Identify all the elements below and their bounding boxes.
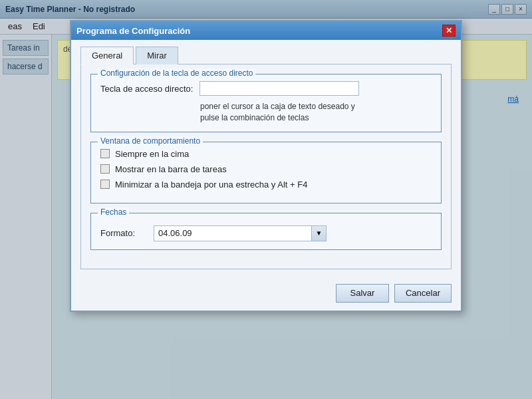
dialog-footer: Salvar Cancelar xyxy=(71,279,461,311)
show-taskbar-checkbox[interactable] xyxy=(100,164,110,174)
config-dialog: Programa de Configuración ✕ General Mira… xyxy=(70,20,462,312)
hotkey-legend: Configuración de la tecla de acceso dire… xyxy=(98,68,255,78)
format-dropdown[interactable]: 04.06.09 ▼ xyxy=(154,225,327,241)
always-top-checkbox[interactable] xyxy=(100,149,110,158)
show-taskbar-label: Mostrar en la barra de tareas xyxy=(115,164,227,174)
dialog-title: Programa de Configuración xyxy=(76,26,190,36)
always-top-row: Siempre en la cima xyxy=(100,149,432,159)
tab-content-general: Configuración de la tecla de acceso dire… xyxy=(80,64,452,269)
dialog-overlay: Programa de Configuración ✕ General Mira… xyxy=(0,0,532,399)
behavior-section: Ventana de comportamiento Siempre en la … xyxy=(90,142,442,203)
hotkey-row: Tecla de acceso directo: xyxy=(100,81,432,96)
tab-mirar[interactable]: Mirar xyxy=(136,47,178,65)
format-row: Formato: 04.06.09 ▼ xyxy=(100,225,432,241)
dates-legend: Fechas xyxy=(98,207,129,217)
dialog-body: General Mirar Configuración de la tecla … xyxy=(71,40,461,279)
tab-general[interactable]: General xyxy=(80,47,134,65)
hotkey-section: Configuración de la tecla de acceso dire… xyxy=(90,74,442,132)
dates-section: Fechas Formato: 04.06.09 ▼ xyxy=(90,213,442,250)
dialog-close-button[interactable]: ✕ xyxy=(442,25,456,37)
behavior-legend: Ventana de comportamiento xyxy=(98,136,203,146)
minimize-tray-row: Minimizar a la bandeja por una estrecha … xyxy=(100,180,432,190)
hotkey-label: Tecla de acceso directo: xyxy=(100,84,193,94)
save-button[interactable]: Salvar xyxy=(336,284,389,303)
dialog-titlebar: Programa de Configuración ✕ xyxy=(71,21,461,40)
hotkey-input[interactable] xyxy=(200,81,359,96)
tabs: General Mirar xyxy=(80,47,452,65)
cancel-button[interactable]: Cancelar xyxy=(394,284,452,303)
always-top-label: Siempre en la cima xyxy=(115,149,189,159)
format-value: 04.06.09 xyxy=(158,228,322,238)
minimize-tray-label: Minimizar a la bandeja por una estrecha … xyxy=(115,180,307,190)
show-taskbar-row: Mostrar en la barra de tareas xyxy=(100,164,432,174)
dropdown-arrow-icon: ▼ xyxy=(311,226,326,241)
hotkey-hint: poner el cursor a la caja de texto desea… xyxy=(200,101,432,124)
minimize-tray-checkbox[interactable] xyxy=(100,180,110,189)
format-label: Formato: xyxy=(100,228,147,238)
